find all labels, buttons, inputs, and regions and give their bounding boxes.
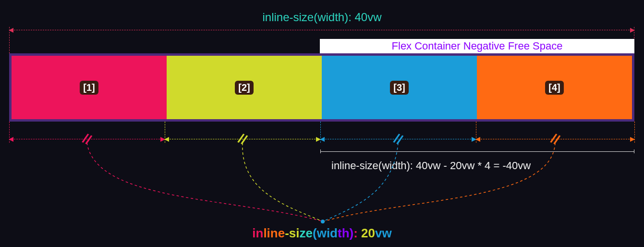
negative-free-space-banner: Flex Container Negative Free Space xyxy=(320,39,634,53)
flex-item-1-badge: [1] xyxy=(80,81,98,95)
dimension-tick-left xyxy=(9,27,10,53)
item-3-dimension: // xyxy=(320,139,476,139)
flex-item-1: [1] xyxy=(12,56,167,119)
flex-item-3: [3] xyxy=(322,56,477,119)
item-2-dimension: // xyxy=(165,139,320,139)
diagram-stage: inline-size(width): 40vw Flex Container … xyxy=(0,0,644,247)
slash-icon: // xyxy=(548,131,561,148)
flex-item-2-badge: [2] xyxy=(235,81,253,95)
leader-hub-dot xyxy=(321,220,325,223)
slash-icon: // xyxy=(236,131,249,148)
leader-lines xyxy=(0,0,644,247)
flex-item-4: [4] xyxy=(477,56,632,119)
item-1-dimension: // xyxy=(9,139,165,139)
flex-item-4-badge: [4] xyxy=(545,81,563,95)
slash-icon: // xyxy=(391,131,404,148)
negative-space-bracket xyxy=(320,151,634,152)
item-width-label: inline-size(width): 20vw xyxy=(0,226,644,241)
flex-item-3-badge: [3] xyxy=(390,81,408,95)
flex-item-2: [2] xyxy=(167,56,322,119)
container-width-dimension xyxy=(9,30,634,30)
container-width-label: inline-size(width): 40vw xyxy=(0,11,644,24)
slash-icon: // xyxy=(80,131,93,148)
flex-container: [1] [2] [3] [4] xyxy=(9,53,634,122)
item-4-dimension: // xyxy=(476,139,634,139)
negative-space-formula: inline-size(width): 40vw - 20vw * 4 = -4… xyxy=(331,160,639,172)
